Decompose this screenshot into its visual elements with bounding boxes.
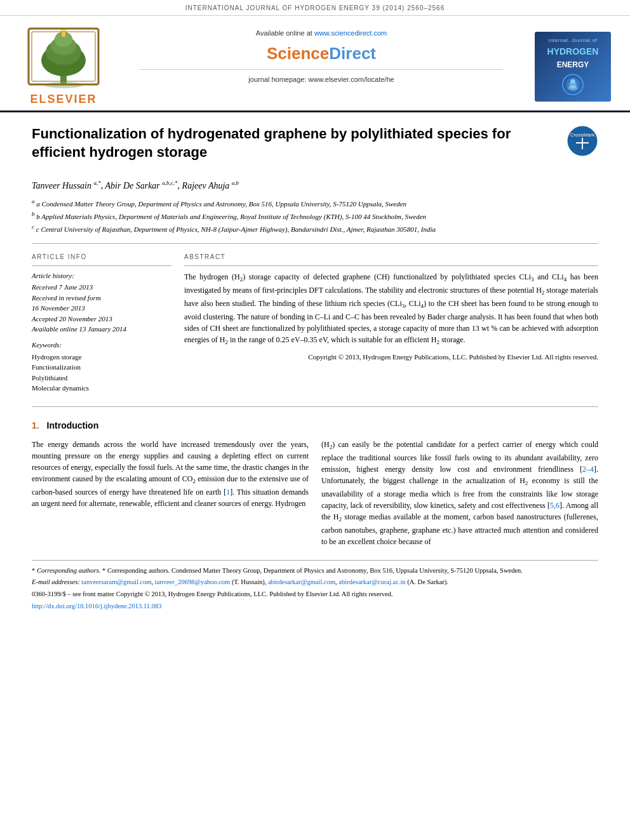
article-history: Article history: Received 7 June 2013 Re… <box>32 271 171 334</box>
elsevier-logo: ELSEVIER <box>25 25 102 107</box>
publisher-logo-area: ELSEVIER <box>0 22 127 110</box>
sciencedirect-logo: ScienceDirect <box>140 42 503 65</box>
section-number: 1. <box>32 420 39 430</box>
affiliation-c: c c Central University of Rajasthan, Dep… <box>32 223 598 234</box>
keyword-1: Hydrogen storage <box>32 352 171 362</box>
svg-point-14 <box>568 86 578 90</box>
keyword-2: Functionalization <box>32 363 171 372</box>
authors-line: Tanveer Hussain a,*, Abir De Sarkar a,b,… <box>32 179 598 192</box>
article-title: Functionalization of hydrogenated graphe… <box>32 125 554 161</box>
journal-cover-graphic <box>557 73 589 96</box>
journal-cover-title2: ENERGY <box>557 60 589 70</box>
abstract-header: ABSTRACT <box>184 253 598 262</box>
doi-line: http://dx.doi.org/10.1016/j.ijhydene.201… <box>32 601 598 611</box>
article-title-section: Functionalization of hydrogenated graphe… <box>32 125 598 169</box>
history-available: Available online 13 January 2014 <box>32 324 171 334</box>
author-1: Tanveer Hussain a,*, Abir De Sarkar a,b,… <box>32 181 239 190</box>
divider-2 <box>32 406 598 407</box>
history-revised-label: Received in revised form <box>32 293 171 303</box>
email-link-3[interactable]: abirdesarkar@gmail.com <box>268 578 335 585</box>
copyright-line: Copyright © 2013, Hydrogen Energy Public… <box>184 352 598 362</box>
history-revised-date: 16 November 2013 <box>32 303 171 313</box>
journal-cover: internat. Journal of HYDROGEN ENERGY <box>535 32 611 102</box>
journal-header-bar: INTERNATIONAL JOURNAL OF HYDROGEN ENERGY… <box>0 0 630 16</box>
crossmark-icon: CrossMark <box>566 125 598 157</box>
elsevier-tree-icon <box>25 25 102 89</box>
keywords-label: Keywords: <box>32 340 171 350</box>
abstract-divider <box>184 265 598 266</box>
article-info-header: ARTICLE INFO <box>32 253 171 262</box>
elsevier-brand-text: ELSEVIER <box>30 91 97 107</box>
keyword-3: Polylithiated <box>32 373 171 383</box>
history-label: Article history: <box>32 271 171 281</box>
affiliations: a a Condensed Matter Theory Group, Depar… <box>32 197 598 234</box>
header-center: Available online at www.sciencedirect.co… <box>127 22 516 110</box>
page-header: ELSEVIER Available online at www.science… <box>0 16 630 112</box>
history-accepted: Accepted 20 November 2013 <box>32 314 171 324</box>
email-link-1[interactable]: tanveersaram@gmail.com <box>81 578 151 585</box>
issn-line: 0360-3199/$ – see front matter Copyright… <box>32 589 598 599</box>
section-title-text: Introduction <box>47 420 99 430</box>
intro-col-right: (H2) can easily be the potential candida… <box>321 439 598 547</box>
article-info-divider <box>32 265 171 266</box>
abstract-column: ABSTRACT The hydrogen (H2) storage capac… <box>184 253 598 394</box>
article-info-column: ARTICLE INFO Article history: Received 7… <box>32 253 171 394</box>
main-content: Functionalization of hydrogenated graphe… <box>0 112 630 625</box>
svg-text:CrossMark: CrossMark <box>570 132 596 138</box>
journal-cover-subtitle: internat. Journal of <box>549 37 597 44</box>
affiliation-b: b b Applied Materials Physics, Departmen… <box>32 210 598 222</box>
journal-homepage-text: journal homepage: www.elsevier.com/locat… <box>140 69 503 84</box>
sciencedirect-url[interactable]: www.sciencedirect.com <box>314 29 387 37</box>
abstract-text: The hydrogen (H2) storage capacity of de… <box>184 271 598 347</box>
introduction-title: 1. Introduction <box>32 420 598 432</box>
journal-cover-title1: HYDROGEN <box>547 46 599 58</box>
footer-notes: * Corresponding authors. * Corresponding… <box>32 560 598 611</box>
email-link-4[interactable]: abirdesarkar@curaj.ac.in <box>338 578 405 585</box>
keywords-section: Keywords: Hydrogen storage Functionaliza… <box>32 340 171 393</box>
keyword-4: Molecular dynamics <box>32 383 171 393</box>
affiliation-a: a a Condensed Matter Theory Group, Depar… <box>32 197 598 209</box>
doi-link[interactable]: http://dx.doi.org/10.1016/j.ijhydene.201… <box>32 603 161 610</box>
svg-point-13 <box>570 79 575 84</box>
divider-1 <box>32 243 598 244</box>
info-abstract-section: ARTICLE INFO Article history: Received 7… <box>32 253 598 394</box>
history-received: Received 7 June 2013 <box>32 283 171 292</box>
available-online-text: Available online at www.sciencedirect.co… <box>140 29 503 38</box>
email-note: E-mail addresses: tanveersaram@gmail.com… <box>32 577 598 587</box>
journal-cover-area: internat. Journal of HYDROGEN ENERGY <box>516 22 630 110</box>
intro-col-left: The energy demands across the world have… <box>32 439 309 547</box>
introduction-body: The energy demands across the world have… <box>32 439 598 547</box>
email-link-2[interactable]: tanveer_20698@yahoo.com <box>155 578 230 585</box>
authors-section: Tanveer Hussain a,*, Abir De Sarkar a,b,… <box>32 179 598 234</box>
corresponding-note: * Corresponding authors. * Corresponding… <box>32 566 598 576</box>
journal-title-bar: INTERNATIONAL JOURNAL OF HYDROGEN ENERGY… <box>185 4 445 11</box>
